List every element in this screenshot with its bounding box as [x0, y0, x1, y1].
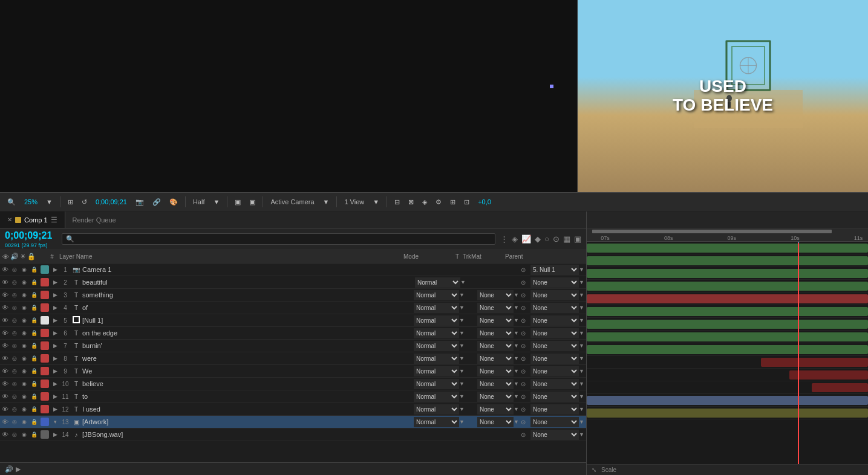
layer-parent-dropdown[interactable]: None	[530, 430, 579, 440]
layer-expand-icon[interactable]: ▶	[51, 343, 59, 349]
solo-icon[interactable]: ◉	[19, 267, 29, 273]
layer-mode-dropdown[interactable]: Normal	[414, 303, 459, 313]
layer-expand-icon[interactable]: ▶	[51, 368, 59, 374]
layer-trkmat-dropdown[interactable]: None	[477, 354, 514, 364]
exposure-icon[interactable]: ▣	[232, 197, 243, 207]
solo-icon[interactable]: ◉	[19, 393, 29, 399]
lock-icon[interactable]: 🔒	[29, 330, 39, 336]
layer-mode-dropdown[interactable]: Normal	[414, 392, 459, 402]
channel-icon[interactable]: ▣	[247, 197, 258, 207]
lock-icon[interactable]: 🔒	[29, 393, 39, 399]
motion-blur-icon[interactable]: ⋮	[500, 234, 508, 244]
solo-icon[interactable]: ◉	[19, 381, 29, 387]
audio-icon[interactable]: ◎	[10, 279, 19, 285]
grid2-icon[interactable]: ⊞	[448, 197, 458, 207]
layer-expand-icon[interactable]: ▶	[51, 355, 59, 361]
layer-parent-dropdown[interactable]: None	[530, 366, 579, 376]
layer-trkmat-dropdown[interactable]: None	[477, 404, 514, 415]
zoom-level[interactable]: 25%	[22, 197, 40, 207]
layout-icon-1[interactable]: ⊟	[392, 197, 402, 207]
timeline-ruler[interactable]: 07s08s09s10s11s	[587, 228, 868, 242]
solo-icon[interactable]: ◉	[19, 292, 29, 298]
layer-trkmat-dropdown[interactable]: None	[477, 315, 514, 326]
layer-parent-dropdown[interactable]: None	[530, 290, 579, 300]
layer-parent-dropdown[interactable]: None	[530, 354, 579, 364]
layer-parent-dropdown[interactable]: None	[530, 315, 579, 326]
lock-icon[interactable]: 🔒	[29, 267, 39, 273]
solo-icon[interactable]: ◉	[19, 419, 29, 425]
solo-icon[interactable]: ◉	[19, 406, 29, 412]
layer-expand-icon[interactable]: ▾	[51, 419, 59, 425]
layer-row[interactable]: 👁 ◎ ◉ 🔒 ▾ 13 ▣ [Artwork] Normal ▼ None ▼…	[0, 416, 586, 428]
speaker-icon[interactable]: 🔊	[5, 465, 13, 473]
play-icon[interactable]: ▶	[16, 465, 21, 473]
layer-expand-icon[interactable]: ▶	[51, 431, 59, 438]
layer-mode-dropdown[interactable]: Normal	[414, 354, 459, 364]
settings-icon[interactable]: ⚙	[433, 197, 444, 207]
lock-icon[interactable]: 🔒	[29, 279, 39, 285]
layer-row[interactable]: 👁 ◎ ◉ 🔒 ▶ 5 [Null 1] Normal ▼ None ▼ ⊙ N…	[0, 314, 586, 327]
layer-search-box[interactable]: 🔍	[62, 233, 495, 245]
audio-icon[interactable]: ◎	[10, 431, 19, 438]
layer-expand-icon[interactable]: ▶	[51, 279, 59, 285]
timecode-display[interactable]: 0;00;09;21	[93, 197, 129, 207]
layer-row[interactable]: 👁 ◎ ◉ 🔒 ▶ 12 T I used Normal ▼ None ▼ ⊙ …	[0, 403, 586, 416]
lock-icon[interactable]: 🔒	[29, 406, 39, 412]
zoom-dropdown[interactable]: ▼	[44, 197, 55, 207]
layer-parent-dropdown[interactable]: None	[530, 277, 579, 288]
layer-mode-dropdown[interactable]: Normal	[414, 290, 459, 300]
layer-row[interactable]: 👁 ◎ ◉ 🔒 ▶ 7 T burnin' Normal ▼ None ▼ ⊙ …	[0, 340, 586, 352]
audio-icon[interactable]: ◎	[10, 368, 19, 374]
layer-mode-dropdown[interactable]: Normal	[414, 366, 459, 376]
layer-expand-icon[interactable]: ▶	[51, 330, 59, 336]
layer-mode-dropdown[interactable]: Normal	[414, 379, 459, 389]
layer-parent-dropdown[interactable]: None	[530, 303, 579, 313]
layer-expand-icon[interactable]: ▶	[51, 292, 59, 298]
render-icon[interactable]: ◈	[420, 197, 429, 207]
layer-row[interactable]: 👁 ◎ ◉ 🔒 ▶ 2 T beautiful Normal ▼ ⊙ None …	[0, 276, 586, 289]
layer-mode-dropdown[interactable]: Normal	[414, 328, 459, 338]
active-camera-dropdown[interactable]: ▼	[321, 197, 332, 207]
audio-icon[interactable]: ◎	[10, 330, 19, 336]
visibility-icon[interactable]: 👁	[0, 380, 10, 387]
quality-dropdown[interactable]: ▼	[210, 197, 222, 207]
visibility-icon[interactable]: 👁	[0, 406, 10, 413]
layout-icon-2[interactable]: ⊠	[406, 197, 416, 207]
layer-expand-icon[interactable]: ▶	[51, 406, 59, 412]
views-label[interactable]: 1 View	[342, 197, 367, 207]
layer-row[interactable]: 👁 ◎ ◉ 🔒 ▶ 3 T something Normal ▼ None ▼ …	[0, 289, 586, 302]
audio-icon[interactable]: ◎	[10, 419, 19, 425]
layer-row[interactable]: 👁 ◎ ◉ 🔒 ▶ 10 T believe Normal ▼ None ▼ ⊙…	[0, 378, 586, 390]
layer-trkmat-dropdown[interactable]: None	[477, 366, 514, 376]
layer-parent-dropdown[interactable]: None	[530, 328, 579, 338]
visibility-icon[interactable]: 👁	[0, 304, 10, 311]
lock-icon[interactable]: 🔒	[29, 343, 39, 349]
solo-icon[interactable]: ◉	[19, 368, 29, 374]
layer-expand-icon[interactable]: ▶	[51, 381, 59, 387]
solo-icon[interactable]: ◉	[19, 305, 29, 311]
layer-mode-dropdown[interactable]: Normal	[414, 404, 459, 415]
visibility-icon[interactable]: 👁	[0, 355, 10, 362]
graph-icon[interactable]: 📈	[521, 234, 531, 244]
audio-icon[interactable]: ◎	[10, 292, 19, 298]
lock-icon[interactable]: 🔒	[29, 292, 39, 298]
audio-icon[interactable]: ◎	[10, 381, 19, 387]
layer-row[interactable]: 👁 ◎ ◉ 🔒 ▶ 9 T We Normal ▼ None ▼ ⊙ None …	[0, 365, 586, 378]
lock-icon[interactable]: 🔒	[29, 355, 39, 361]
comp-tab-active[interactable]: ✕ Comp 1 ☰	[0, 212, 65, 228]
lock-icon[interactable]: 🔒	[29, 419, 39, 425]
layer-trkmat-dropdown[interactable]: None	[477, 303, 514, 313]
layer-parent-dropdown[interactable]: None	[530, 417, 579, 427]
visibility-icon[interactable]: 👁	[0, 329, 10, 337]
offset-display[interactable]: +0,0	[475, 197, 494, 207]
current-time[interactable]: 0;00;09;21	[5, 230, 52, 241]
visibility-icon[interactable]: 👁	[0, 266, 10, 273]
layer-mode-dropdown[interactable]: Normal	[414, 417, 459, 427]
link-icon[interactable]: 🔗	[150, 197, 163, 207]
layer-mode-dropdown[interactable]: Normal	[414, 341, 459, 351]
visibility-icon[interactable]: 👁	[0, 279, 10, 286]
render-queue-tab[interactable]: Render Queue	[65, 212, 123, 228]
layer-parent-dropdown[interactable]: 5. Null 1	[530, 265, 579, 275]
grid-icon[interactable]: ⊞	[65, 197, 76, 207]
solo-icon[interactable]: ◉	[19, 330, 29, 336]
